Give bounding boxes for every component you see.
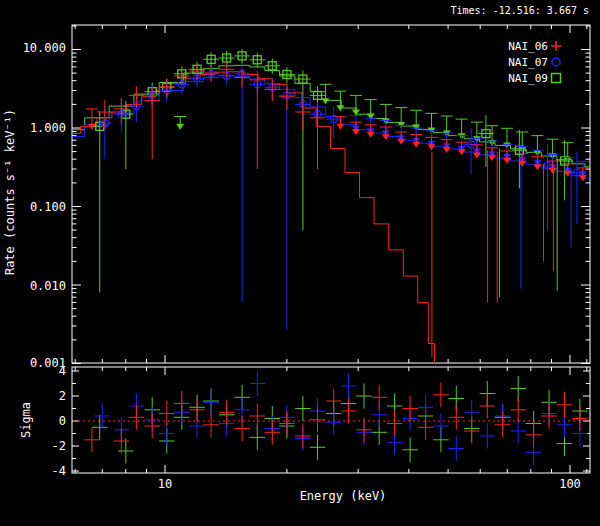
legend-label-nai06: NAI_06 bbox=[508, 40, 548, 53]
sigma-points-NAI_07 bbox=[95, 371, 588, 465]
xtick-10: 10 bbox=[158, 477, 172, 491]
upper-limit-arrow-icon bbox=[443, 147, 451, 153]
model-histogram-NAI_07 bbox=[72, 76, 590, 179]
upper-limit-arrow-icon bbox=[352, 129, 360, 135]
sigma-tick-4: 4 bbox=[59, 364, 66, 378]
plus-marker-icon bbox=[551, 41, 561, 51]
upper-limit-arrow-icon bbox=[533, 164, 541, 170]
times-header: Times: -12.516: 3.667 s bbox=[451, 5, 589, 16]
upper-limit-arrow-icon bbox=[412, 142, 420, 148]
circle-marker-icon bbox=[552, 58, 560, 66]
legend-label-nai07: NAI_07 bbox=[508, 56, 548, 69]
upper-limit-arrow-icon bbox=[427, 144, 435, 150]
ytick-1: 1.000 bbox=[30, 121, 66, 135]
legend: NAI_06 NAI_07 NAI_09 bbox=[508, 40, 561, 85]
energy-axis-label: Energy (keV) bbox=[300, 489, 387, 503]
ytick-10: 10.000 bbox=[23, 41, 66, 55]
spectrum-plot-area bbox=[72, 49, 590, 367]
legend-item-nai07: NAI_07 bbox=[508, 56, 560, 69]
ytick-0p01: 0.010 bbox=[30, 279, 66, 293]
data-points-NAI_09 bbox=[92, 49, 574, 297]
model-histogram-NAI_06 bbox=[72, 72, 437, 367]
sigma-points-NAI_06 bbox=[84, 382, 588, 453]
upper-limit-arrow-icon bbox=[397, 139, 405, 145]
rate-axis-label: Rate (counts s⁻¹ keV⁻¹) bbox=[3, 109, 17, 275]
sigma-tick-0: 0 bbox=[59, 414, 66, 428]
upper-limit-arrow-icon bbox=[503, 158, 511, 164]
residuals-plot-area bbox=[73, 371, 589, 465]
ytick-0p1: 0.100 bbox=[30, 200, 66, 214]
sigma-tick-m2: -2 bbox=[52, 439, 66, 453]
upper-limit-arrow-icon bbox=[549, 168, 557, 174]
sigma-axis-label: Sigma bbox=[19, 402, 33, 438]
upper-limit-arrow-icon bbox=[321, 98, 329, 104]
sigma-tick-2: 2 bbox=[59, 389, 66, 403]
upper-limit-arrow-icon bbox=[367, 132, 375, 138]
upper-limit-arrow-icon bbox=[176, 124, 184, 130]
legend-item-nai09: NAI_09 bbox=[508, 72, 560, 85]
upper-limit-arrow-icon bbox=[336, 124, 344, 130]
upper-limit-arrow-icon bbox=[382, 134, 390, 140]
legend-item-nai06: NAI_06 bbox=[508, 40, 561, 53]
square-marker-icon bbox=[552, 74, 561, 83]
spectral-fit-window: Times: -12.516: 3.667 s 10.000 1.000 0.1… bbox=[0, 0, 600, 526]
count-spectrum-chart: Times: -12.516: 3.667 s 10.000 1.000 0.1… bbox=[0, 0, 600, 526]
legend-label-nai09: NAI_09 bbox=[508, 72, 548, 85]
upper-limit-arrow-icon bbox=[473, 152, 481, 158]
xtick-100: 100 bbox=[559, 477, 581, 491]
sigma-tick-m4: -4 bbox=[52, 464, 66, 478]
